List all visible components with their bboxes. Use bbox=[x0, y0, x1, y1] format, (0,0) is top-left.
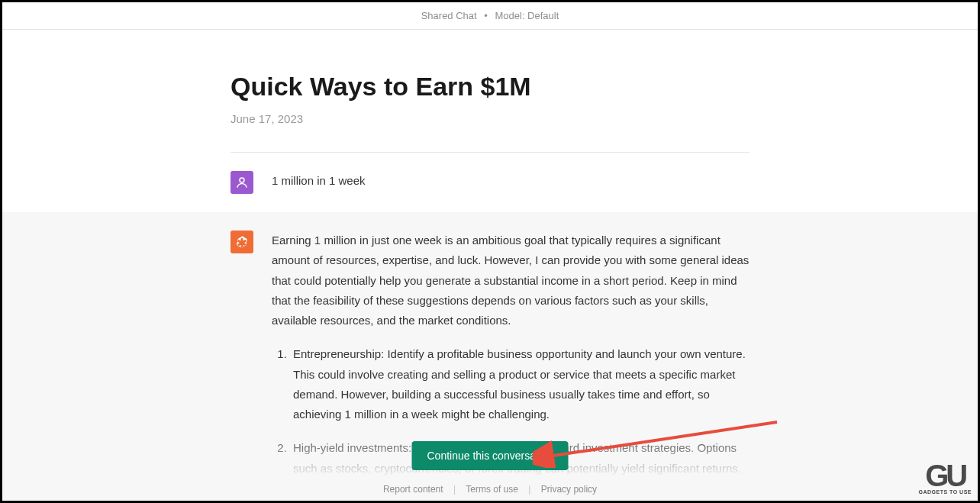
report-content-link[interactable]: Report content bbox=[383, 484, 443, 495]
watermark-logo: GU bbox=[919, 463, 972, 488]
footer: Report content | Terms of use | Privacy … bbox=[2, 484, 978, 495]
continue-conversation-button[interactable]: Continue this conversation bbox=[412, 441, 569, 470]
user-avatar bbox=[230, 171, 253, 194]
person-icon bbox=[235, 176, 249, 189]
footer-separator: | bbox=[528, 484, 530, 495]
page-date: June 17, 2023 bbox=[230, 112, 750, 125]
svg-point-0 bbox=[240, 178, 244, 182]
terms-of-use-link[interactable]: Terms of use bbox=[466, 484, 518, 495]
shared-chat-label: Shared Chat bbox=[421, 10, 477, 21]
assistant-intro: Earning 1 million in just one week is an… bbox=[272, 231, 750, 330]
model-label: Model: Default bbox=[495, 10, 559, 21]
assistant-avatar bbox=[230, 231, 253, 253]
footer-separator: | bbox=[453, 484, 456, 495]
watermark-text: GADGETS TO USE bbox=[919, 489, 972, 495]
header-bar: Shared Chat • Model: Default bbox=[2, 2, 978, 30]
page-title: Quick Ways to Earn $1M bbox=[230, 72, 750, 102]
title-section: Quick Ways to Earn $1M June 17, 2023 bbox=[230, 30, 750, 153]
openai-icon bbox=[235, 235, 249, 249]
user-message-row: 1 million in 1 week bbox=[230, 153, 750, 212]
privacy-policy-link[interactable]: Privacy policy bbox=[541, 484, 597, 495]
list-item: Entrepreneurship: Identify a profitable … bbox=[290, 344, 750, 424]
watermark: GU GADGETS TO USE bbox=[919, 463, 972, 495]
user-message-text: 1 million in 1 week bbox=[272, 171, 750, 191]
separator-dot: • bbox=[484, 10, 488, 21]
